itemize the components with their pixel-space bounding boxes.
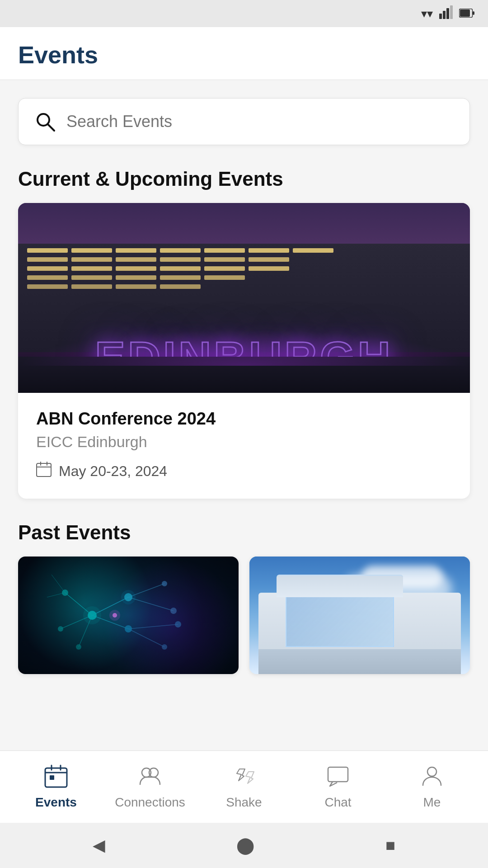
svg-point-35 [121,590,136,604]
home-button[interactable]: ⬤ [236,836,254,855]
neural-image [18,557,239,674]
svg-rect-1 [443,11,446,19]
svg-point-34 [83,606,101,624]
svg-line-20 [128,629,164,647]
status-bar: ▾▾ [0,0,488,27]
connections-nav-icon [138,764,162,792]
events-nav-label: Events [35,795,77,810]
page-title: Events [18,41,470,69]
back-button[interactable]: ◀ [93,836,105,855]
nav-item-me[interactable]: Me [396,764,468,810]
svg-point-30 [162,581,167,586]
event-card-body: ABN Conference 2024 EICC Edinburgh May 2… [18,393,470,499]
bottom-nav: Events Connections Shake [0,750,488,823]
event-location: EICC Edinburgh [36,433,452,451]
chat-nav-icon [326,764,350,792]
svg-point-46 [427,767,436,776]
svg-rect-3 [450,5,453,19]
svg-rect-5 [473,11,474,15]
battery-icon [459,7,474,21]
svg-rect-45 [328,767,348,782]
svg-rect-9 [37,463,51,476]
main-content: Current & Upcoming Events [0,80,488,732]
svg-point-32 [162,644,167,650]
svg-rect-6 [460,9,470,17]
recents-button[interactable]: ■ [385,836,395,855]
signal-icon [439,5,453,22]
event-date-row: May 20-23, 2024 [36,462,452,481]
building-image [249,557,470,674]
svg-point-26 [58,626,63,632]
past-events-grid [18,557,470,674]
search-icon [35,111,56,132]
event-name: ABN Conference 2024 [36,409,452,429]
neural-svg [18,557,239,674]
svg-line-22 [52,575,65,593]
svg-rect-2 [446,8,449,19]
search-input[interactable] [66,112,453,131]
events-nav-icon [44,764,68,792]
svg-point-29 [125,625,132,632]
event-card-image: EDINBURGH [18,203,470,393]
shake-nav-label: Shake [226,795,262,810]
nav-item-events[interactable]: Events [20,764,92,810]
svg-rect-38 [45,768,67,787]
wifi-icon: ▾▾ [421,7,433,21]
svg-rect-42 [50,775,54,780]
me-nav-label: Me [423,795,441,810]
svg-point-27 [76,644,81,650]
svg-point-33 [175,621,181,627]
featured-event-card[interactable]: EDINBURGH ABN Conference 2024 EICC Edinb… [18,203,470,499]
svg-line-21 [128,624,178,629]
past-event-card-neural[interactable] [18,557,239,674]
search-container[interactable] [18,98,470,145]
past-events-title: Past Events [18,521,470,544]
calendar-icon [36,462,52,481]
nav-item-chat[interactable]: Chat [302,764,374,810]
svg-point-31 [170,608,177,614]
connections-nav-label: Connections [115,795,185,810]
me-nav-icon [420,764,444,792]
svg-rect-0 [439,14,442,19]
android-nav-bar: ◀ ⬤ ■ [0,823,488,868]
header: Events [0,27,488,80]
nav-item-shake[interactable]: Shake [208,764,280,810]
nav-item-connections[interactable]: Connections [114,764,186,810]
past-event-card-building[interactable] [249,557,470,674]
chat-nav-label: Chat [324,795,351,810]
svg-line-8 [48,124,54,131]
event-date: May 20-23, 2024 [59,463,167,480]
shake-nav-icon [232,764,256,792]
svg-point-25 [62,590,68,596]
current-events-title: Current & Upcoming Events [18,168,470,190]
svg-point-37 [109,610,120,621]
